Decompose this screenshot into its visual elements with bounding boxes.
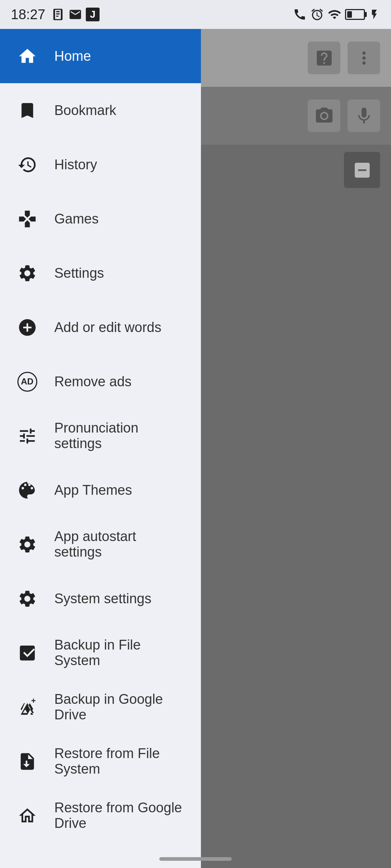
sidebar-item-system-settings[interactable]: System settings [0,571,201,626]
sidebar-item-label-system-settings: System settings [54,591,151,607]
sidebar-item-label-games: Games [54,211,98,227]
sidebar-item-label-history: History [54,157,97,173]
bottom-indicator [159,857,232,861]
navigation-drawer: Home Bookmark History Games [0,29,201,868]
camera-btn[interactable] [308,99,340,132]
settings-icon [14,260,40,286]
status-time: 18:27 [11,7,45,22]
sidebar-item-label-backup-file: Backup in File System [54,637,186,668]
sidebar-item-backup-file-system[interactable]: Backup in File System [0,626,201,680]
j-icon: J [86,8,100,21]
right-panel [201,29,391,868]
sidebar-item-app-autostart-settings[interactable]: App autostart settings [0,517,201,571]
mail-icon [68,8,82,21]
battery-icon [345,9,365,20]
sidebar-item-label-backup-drive: Backup in Google Drive [54,692,186,723]
right-panel-top [201,29,391,87]
sidebar-item-app-themes[interactable]: App Themes [0,463,201,517]
sidebar-item-label-remove-ads: Remove ads [54,374,131,390]
sidebar-item-label-restore-file: Restore from File System [54,746,186,777]
system-settings-icon [14,586,40,611]
status-left: 18:27 J [11,7,100,22]
history-icon [14,152,40,177]
sliders-icon [14,423,40,448]
sidebar-item-pronunciation-settings[interactable]: Pronunciation settings [0,409,201,463]
status-right [293,8,380,21]
status-left-icons: J [51,8,100,21]
sidebar-item-games[interactable]: Games [0,192,201,246]
add-circle-icon [14,315,40,340]
sidebar-item-label-restore-drive: Restore from Google Drive [54,800,186,831]
home-icon [14,43,40,69]
sidebar-item-history[interactable]: History [0,137,201,192]
ad-icon: AD [14,369,40,394]
sidebar-item-label-pronunciation-settings: Pronunciation settings [54,420,186,451]
more-options-btn[interactable] [348,42,380,74]
sidebar-item-label-settings: Settings [54,265,104,281]
games-icon [14,206,40,231]
alarm-icon [310,8,324,21]
sidebar-item-label-add-edit-words: Add or edit words [54,320,161,335]
close-btn[interactable] [344,152,380,188]
restore-file-icon [14,749,40,774]
themes-icon [14,477,40,503]
sidebar-item-remove-ads[interactable]: AD Remove ads [0,354,201,409]
backup-file-icon [14,640,40,665]
sidebar-item-restore-google-drive[interactable]: Restore from Google Drive [0,788,201,843]
sidebar-item-add-edit-words[interactable]: Add or edit words [0,300,201,354]
sidebar-item-label-app-autostart: App autostart settings [54,529,186,560]
sidebar-item-label-bookmark: Bookmark [54,103,116,118]
signal-icon [328,8,341,21]
sidebar-item-label-app-themes: App Themes [54,482,132,498]
status-bar: 18:27 J [0,0,391,29]
right-panel-mid [201,87,391,145]
sidebar-item-settings[interactable]: Settings [0,246,201,300]
sidebar-item-home[interactable]: Home [0,29,201,83]
main-layout: Home Bookmark History Games [0,29,391,868]
backup-drive-icon: + [14,694,40,720]
sidebar-item-label-home: Home [54,48,91,64]
help-icon-btn[interactable] [308,42,340,74]
nfc-icon [293,8,307,21]
right-panel-content [201,145,391,868]
sidebar-item-bookmark[interactable]: Bookmark [0,83,201,137]
bookmark-icon [14,98,40,123]
sidebar-item-backup-google-drive[interactable]: + Backup in Google Drive [0,680,201,734]
book-icon [51,8,65,21]
bolt-icon [369,8,380,21]
autostart-icon [14,532,40,557]
sidebar-item-restore-file-system[interactable]: Restore from File System [0,734,201,788]
restore-drive-icon [14,803,40,828]
mic-btn[interactable] [348,99,380,132]
